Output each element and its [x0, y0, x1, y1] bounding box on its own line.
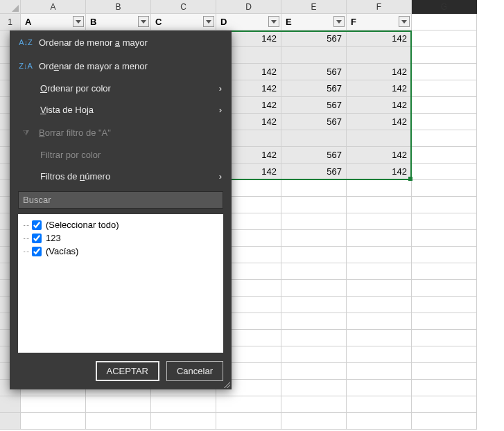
cell[interactable]: [86, 396, 151, 413]
cell[interactable]: [412, 330, 477, 346]
checkbox[interactable]: [32, 247, 42, 256]
filter-dropdown-icon[interactable]: [138, 16, 149, 27]
cell[interactable]: [347, 180, 412, 197]
cell[interactable]: [216, 413, 281, 430]
cell[interactable]: [412, 147, 477, 164]
check-select-all[interactable]: (Seleccionar todo): [24, 218, 218, 231]
col-header-A[interactable]: A: [21, 0, 86, 14]
cell[interactable]: [281, 130, 347, 147]
cell[interactable]: [412, 263, 477, 280]
select-all-corner[interactable]: [0, 0, 21, 14]
cell[interactable]: [412, 280, 477, 297]
cell[interactable]: [281, 280, 347, 297]
cell[interactable]: [347, 230, 412, 247]
cell[interactable]: [151, 396, 216, 413]
checkbox[interactable]: [32, 220, 42, 230]
filter-dropdown-icon[interactable]: [73, 16, 84, 27]
cell[interactable]: [347, 47, 412, 64]
cell[interactable]: [151, 413, 216, 430]
cell[interactable]: [412, 396, 477, 413]
search-input[interactable]: [18, 191, 223, 209]
cell[interactable]: [412, 97, 477, 114]
cell[interactable]: [412, 180, 477, 197]
ok-button[interactable]: ACEPTAR: [96, 361, 159, 381]
cell[interactable]: [412, 164, 477, 180]
cell[interactable]: [21, 396, 86, 413]
cell[interactable]: [281, 330, 347, 346]
cell[interactable]: [86, 413, 151, 430]
filter-cell-B[interactable]: B: [86, 14, 151, 30]
cell[interactable]: [412, 413, 477, 430]
check-blanks[interactable]: (Vacías): [24, 245, 218, 258]
cell[interactable]: [412, 346, 477, 363]
cell[interactable]: [347, 313, 412, 330]
number-filters-item[interactable]: Filtros de número ›: [10, 166, 232, 187]
cell[interactable]: [347, 346, 412, 363]
cell[interactable]: 567: [281, 164, 347, 180]
cell[interactable]: [281, 396, 347, 413]
cell[interactable]: [412, 80, 477, 97]
cell[interactable]: [412, 130, 477, 147]
cell[interactable]: [21, 413, 86, 430]
cell[interactable]: [281, 363, 347, 380]
cell[interactable]: 567: [281, 97, 347, 114]
sort-asc-item[interactable]: A↓Z Ordenar de menor a mayor: [10, 30, 232, 54]
cell[interactable]: [281, 380, 347, 396]
cell[interactable]: [281, 247, 347, 263]
cell[interactable]: 142: [347, 114, 412, 130]
filter-cell-D[interactable]: D: [216, 14, 281, 30]
checkbox[interactable]: [32, 234, 42, 243]
filter-dropdown-icon[interactable]: [203, 16, 214, 27]
cell[interactable]: [347, 247, 412, 263]
cell[interactable]: [412, 47, 477, 64]
cell[interactable]: 142: [347, 64, 412, 80]
cell[interactable]: [347, 263, 412, 280]
cell[interactable]: [412, 313, 477, 330]
cell[interactable]: [281, 197, 347, 213]
filter-dropdown-icon[interactable]: [333, 16, 345, 27]
cell[interactable]: [281, 313, 347, 330]
cell[interactable]: [281, 213, 347, 230]
cell[interactable]: 567: [281, 30, 347, 47]
row-header[interactable]: [0, 396, 21, 413]
cell[interactable]: [347, 380, 412, 396]
cell[interactable]: [412, 64, 477, 80]
cell[interactable]: [281, 263, 347, 280]
cell[interactable]: [412, 14, 477, 30]
cell[interactable]: 142: [347, 164, 412, 180]
cell[interactable]: [347, 413, 412, 430]
sort-by-color-item[interactable]: Ordenar por color ›: [10, 78, 232, 99]
cell[interactable]: [412, 197, 477, 213]
cell[interactable]: [412, 363, 477, 380]
check-value-123[interactable]: 123: [24, 231, 218, 245]
cell[interactable]: [281, 230, 347, 247]
row-header-1[interactable]: 1: [0, 14, 21, 30]
filter-cell-E[interactable]: E: [281, 14, 347, 30]
col-header-F[interactable]: F: [347, 0, 412, 14]
cell[interactable]: [412, 30, 477, 47]
cell[interactable]: [347, 396, 412, 413]
cell[interactable]: [281, 346, 347, 363]
cell[interactable]: 567: [281, 147, 347, 164]
cell[interactable]: [347, 330, 412, 346]
row-header[interactable]: [0, 413, 21, 430]
filter-values-list[interactable]: (Seleccionar todo) 123 (Vacías): [18, 214, 223, 353]
cell[interactable]: 142: [347, 147, 412, 164]
cell[interactable]: [412, 297, 477, 313]
cell[interactable]: [347, 280, 412, 297]
cell[interactable]: [281, 47, 347, 64]
cell[interactable]: 567: [281, 80, 347, 97]
sheet-view-item[interactable]: Vista de Hoja ›: [10, 99, 232, 121]
cell[interactable]: 142: [347, 30, 412, 47]
cell[interactable]: 142: [347, 80, 412, 97]
filter-dropdown-icon[interactable]: [399, 16, 410, 27]
cell[interactable]: [347, 363, 412, 380]
filter-dropdown-icon[interactable]: [268, 16, 279, 27]
cancel-button[interactable]: Cancelar: [166, 361, 223, 381]
cell[interactable]: [347, 213, 412, 230]
col-header-E[interactable]: E: [281, 0, 347, 14]
cell[interactable]: [216, 396, 281, 413]
resize-grip[interactable]: [222, 380, 230, 388]
filter-cell-F[interactable]: F: [347, 14, 412, 30]
sort-desc-item[interactable]: Z↓A Ordenar de mayor a menor: [10, 54, 232, 78]
